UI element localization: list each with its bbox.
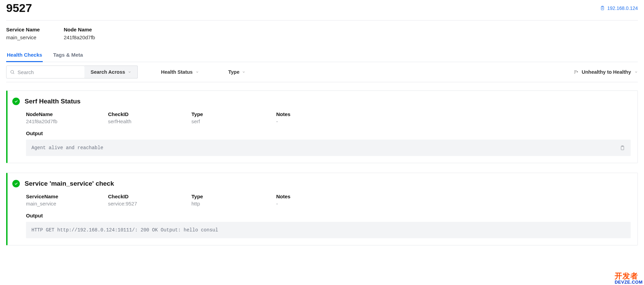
search-icon: [10, 69, 15, 75]
page-header: 9527 192.168.0.124: [6, 0, 638, 20]
output-box: Agent alive and reachable: [26, 140, 631, 156]
detail-value: main_service: [26, 201, 108, 206]
detail-grid: NodeName 241f8a20d7fb CheckID serfHealth…: [12, 111, 631, 124]
detail-col: Type serf: [191, 111, 276, 124]
filter-row: Search Across Health Status Type Unhealt…: [6, 62, 638, 82]
type-filter-label: Type: [228, 69, 240, 75]
detail-label: Notes: [276, 194, 291, 199]
search-input[interactable]: [17, 69, 81, 75]
search-across-button[interactable]: Search Across: [84, 66, 138, 79]
type-filter[interactable]: Type: [222, 66, 252, 79]
health-status-label: Health Status: [161, 69, 193, 75]
detail-col: Notes -: [276, 111, 291, 124]
svg-rect-4: [621, 146, 624, 150]
output-label: Output: [26, 130, 631, 136]
card-header: Serf Health Status: [12, 98, 631, 105]
detail-label: NodeName: [26, 111, 108, 117]
detail-label: Type: [191, 111, 276, 117]
health-check-card: Serf Health Status NodeName 241f8a20d7fb…: [6, 90, 638, 163]
detail-value: -: [276, 201, 291, 206]
detail-col: NodeName 241f8a20d7fb: [26, 111, 108, 124]
detail-value: service:9527: [108, 201, 191, 206]
chevron-down-icon: [242, 70, 245, 74]
detail-label: Type: [191, 194, 276, 199]
card-header: Service 'main_service' check: [12, 180, 631, 187]
service-name-value: main_service: [6, 34, 40, 40]
status-passing-icon: [12, 180, 20, 187]
sort-icon: [574, 70, 578, 74]
svg-point-2: [11, 70, 13, 73]
node-name-value: 241f8a20d7fb: [64, 34, 95, 40]
chevron-down-icon: [196, 70, 199, 74]
node-name-label: Node Name: [64, 27, 95, 32]
sort-label: Unhealthy to Healthy: [582, 69, 631, 75]
tab-tags-meta[interactable]: Tags & Meta: [52, 48, 83, 62]
detail-col: ServiceName main_service: [26, 194, 108, 206]
copy-icon[interactable]: [620, 145, 625, 151]
detail-col: Type http: [191, 194, 276, 206]
page-title: 9527: [6, 1, 32, 15]
detail-grid: ServiceName main_service CheckID service…: [12, 194, 631, 206]
detail-value: serf: [191, 118, 276, 124]
detail-value: 241f8a20d7fb: [26, 118, 108, 124]
clipboard-icon: [600, 5, 605, 11]
service-name-label: Service Name: [6, 27, 40, 32]
sort-button[interactable]: Unhealthy to Healthy: [574, 69, 638, 75]
service-name-block: Service Name main_service: [6, 27, 40, 40]
svg-rect-1: [601, 6, 604, 10]
detail-value: -: [276, 118, 291, 124]
detail-label: CheckID: [108, 194, 191, 199]
search-across-label: Search Across: [91, 69, 125, 75]
output-label: Output: [26, 213, 631, 218]
detail-col: CheckID service:9527: [108, 194, 191, 206]
tab-health-checks[interactable]: Health Checks: [6, 48, 43, 62]
status-passing-icon: [12, 98, 20, 105]
detail-value: serfHealth: [108, 118, 191, 124]
check-title: Service 'main_service' check: [25, 180, 114, 187]
detail-col: Notes -: [276, 194, 291, 206]
output-box: HTTP GET http://192.168.0.124:10111/: 20…: [26, 222, 631, 238]
health-check-card: Service 'main_service' check ServiceName…: [6, 173, 638, 245]
detail-label: CheckID: [108, 111, 191, 117]
output-text: HTTP GET http://192.168.0.124:10111/: 20…: [31, 227, 218, 233]
output-section: Output HTTP GET http://192.168.0.124:101…: [12, 213, 631, 238]
health-status-filter[interactable]: Health Status: [155, 66, 205, 79]
node-name-block: Node Name 241f8a20d7fb: [64, 27, 95, 40]
search-wrapper: [6, 66, 85, 79]
ip-address-link[interactable]: 192.168.0.124: [600, 5, 638, 11]
output-text: Agent alive and reachable: [31, 145, 103, 151]
detail-col: CheckID serfHealth: [108, 111, 191, 124]
ip-address-text: 192.168.0.124: [607, 5, 638, 11]
tabs: Health Checks Tags & Meta: [6, 48, 638, 62]
service-meta-row: Service Name main_service Node Name 241f…: [6, 20, 638, 48]
detail-value: http: [191, 201, 276, 206]
chevron-down-icon: [634, 70, 638, 74]
detail-label: ServiceName: [26, 194, 108, 199]
output-section: Output Agent alive and reachable: [12, 130, 631, 156]
detail-label: Notes: [276, 111, 291, 117]
chevron-down-icon: [128, 70, 131, 74]
check-title: Serf Health Status: [25, 98, 81, 105]
